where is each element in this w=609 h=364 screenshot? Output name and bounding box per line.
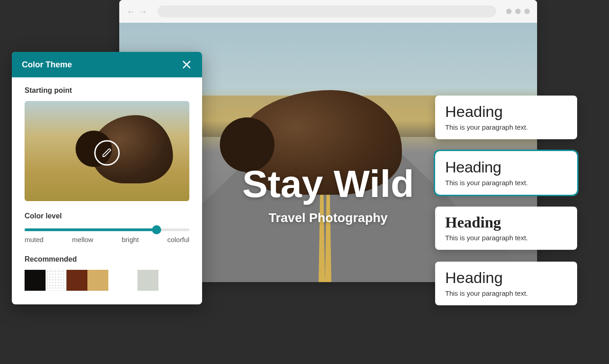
font-card[interactable]: Heading This is your paragraph text. (435, 262, 577, 305)
panel-title: Color Theme (22, 60, 72, 70)
font-paragraph: This is your paragraph text. (445, 289, 567, 297)
hero-subtitle: Travel Photography (269, 211, 387, 225)
window-dot (524, 9, 530, 14)
pencil-icon (102, 148, 112, 158)
font-card[interactable]: Heading This is your paragraph text. (435, 151, 577, 195)
font-heading: Heading (445, 269, 567, 287)
close-icon (183, 61, 191, 69)
swatch-row (25, 270, 189, 291)
font-paragraph: This is your paragraph text. (445, 234, 567, 242)
slider-label-bright: bright (122, 236, 139, 243)
slider-scale: muted mellow bright colorful (25, 236, 189, 243)
window-controls (506, 9, 530, 14)
panel-header: Color Theme (12, 52, 202, 77)
slider-label-colorful: colorful (167, 236, 189, 243)
close-button[interactable] (181, 59, 192, 70)
swatch-4[interactable] (87, 270, 108, 291)
swatch-3[interactable] (66, 270, 87, 291)
window-dot (515, 9, 521, 14)
recommended-label: Recommended (25, 255, 189, 263)
slider-label-mellow: mellow (72, 236, 93, 243)
font-card[interactable]: Heading This is your paragraph text. (435, 96, 577, 139)
forward-icon[interactable]: → (138, 6, 147, 17)
hero-title: Stay Wild (242, 162, 414, 206)
slider-thumb[interactable] (152, 225, 161, 234)
swatch-5[interactable] (137, 270, 158, 291)
back-icon[interactable]: ← (127, 6, 136, 17)
slider-label-muted: muted (25, 236, 44, 243)
font-preview-list: Heading This is your paragraph text. Hea… (435, 96, 577, 305)
edit-image-button[interactable] (94, 140, 120, 166)
font-heading: Heading (445, 158, 567, 176)
url-bar[interactable] (157, 5, 496, 17)
color-level-slider[interactable] (25, 228, 189, 231)
font-heading: Heading (445, 214, 567, 231)
browser-toolbar: ← → (119, 0, 537, 23)
starting-image[interactable] (25, 101, 189, 201)
font-heading: Heading (445, 103, 567, 121)
window-dot (506, 9, 512, 14)
starting-point-label: Starting point (25, 86, 189, 95)
font-paragraph: This is your paragraph text. (445, 123, 567, 131)
swatch-1[interactable] (25, 270, 46, 291)
color-theme-panel: Color Theme Starting point Color level m… (12, 52, 202, 304)
color-level-label: Color level (25, 212, 189, 220)
swatch-2[interactable] (46, 270, 66, 291)
font-paragraph: This is your paragraph text. (445, 179, 567, 187)
font-card[interactable]: Heading This is your paragraph text. (435, 207, 577, 250)
